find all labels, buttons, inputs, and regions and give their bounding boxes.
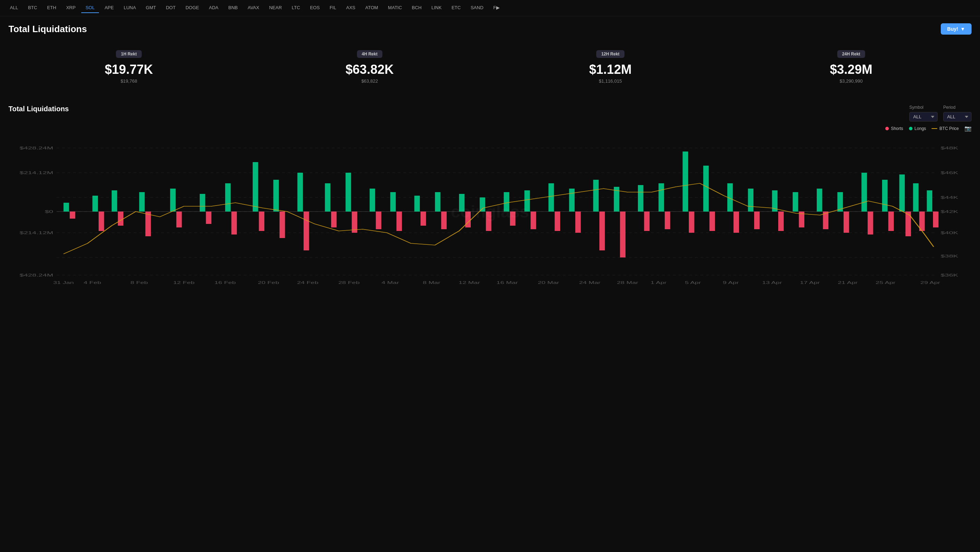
svg-rect-48 <box>414 196 420 211</box>
svg-text:4 Feb: 4 Feb <box>84 281 102 285</box>
svg-rect-32 <box>225 183 231 211</box>
svg-text:20 Mar: 20 Mar <box>538 281 560 285</box>
svg-text:9 Apr: 9 Apr <box>723 281 739 285</box>
svg-text:20 Feb: 20 Feb <box>258 281 279 285</box>
svg-rect-59 <box>530 211 536 229</box>
nav-item-luna[interactable]: LUNA <box>119 3 140 13</box>
svg-rect-53 <box>465 211 471 227</box>
nav-item-ltc[interactable]: LTC <box>288 3 305 13</box>
symbol-label: Symbol <box>909 105 938 110</box>
svg-rect-41 <box>331 211 337 227</box>
svg-text:25 Apr: 25 Apr <box>876 281 896 285</box>
svg-rect-58 <box>525 190 530 211</box>
svg-rect-65 <box>600 211 605 251</box>
stat-label: 1H Rekt <box>116 50 142 58</box>
svg-rect-45 <box>375 211 381 229</box>
svg-rect-30 <box>200 194 205 211</box>
page-title: Total Liquidations <box>8 24 87 35</box>
nav-item-fil[interactable]: FIL <box>326 3 341 13</box>
period-label: Period <box>943 105 972 110</box>
svg-rect-46 <box>390 192 396 211</box>
svg-rect-88 <box>862 173 867 211</box>
svg-text:$36K: $36K <box>940 273 958 277</box>
stat-value-large: $1.12M <box>589 62 632 77</box>
nav-item-doge[interactable]: DOGE <box>181 3 203 13</box>
chart-title: Total Liquidations <box>8 105 69 113</box>
svg-rect-92 <box>899 174 905 211</box>
btc-price-label: BTC Price <box>939 126 959 131</box>
svg-rect-63 <box>575 211 581 233</box>
stat-value-small: $3,290,990 <box>840 78 863 84</box>
nav-item-near[interactable]: NEAR <box>265 3 286 13</box>
svg-text:21 Apr: 21 Apr <box>838 281 858 285</box>
svg-rect-96 <box>927 190 932 211</box>
nav-item-sand[interactable]: SAND <box>466 3 488 13</box>
svg-rect-36 <box>273 180 279 211</box>
buy-button[interactable]: Buy! ▼ <box>941 23 972 35</box>
svg-text:$428.24M: $428.24M <box>19 273 53 277</box>
stat-label: 12H Rekt <box>596 50 624 58</box>
nav-item-all[interactable]: ALL <box>6 3 22 13</box>
svg-rect-79 <box>754 211 760 229</box>
chart-legend: Shorts Longs BTC Price 📷 <box>885 125 972 132</box>
svg-rect-49 <box>420 211 426 226</box>
svg-rect-50 <box>435 192 441 211</box>
svg-rect-84 <box>817 189 822 211</box>
nav-item-sol[interactable]: SOL <box>81 3 99 13</box>
nav-item-ada[interactable]: ADA <box>205 3 223 13</box>
svg-text:$0: $0 <box>45 209 53 214</box>
nav-item-link[interactable]: LINK <box>427 3 446 13</box>
svg-text:16 Feb: 16 Feb <box>215 281 236 285</box>
symbol-control: Symbol ALLBTCETHSOL <box>909 105 938 122</box>
svg-rect-75 <box>709 211 715 231</box>
svg-text:1 Apr: 1 Apr <box>651 281 667 285</box>
nav-item-btc[interactable]: BTC <box>24 3 41 13</box>
page-header: Total Liquidations Buy! ▼ <box>8 23 972 35</box>
nav-item-gmt[interactable]: GMT <box>142 3 161 13</box>
symbol-select[interactable]: ALLBTCETHSOL <box>909 112 938 122</box>
svg-rect-73 <box>689 211 694 233</box>
svg-text:12 Mar: 12 Mar <box>459 281 480 285</box>
svg-rect-26 <box>139 192 145 211</box>
coin-nav: ALLBTCETHXRPSOLAPELUNAGMTDOTDOGEADABNBAV… <box>0 0 980 16</box>
nav-item-f▶[interactable]: F▶ <box>489 3 504 13</box>
nav-item-bnb[interactable]: BNB <box>224 3 242 13</box>
stat-value-small: $1,116,015 <box>599 78 622 84</box>
nav-item-dot[interactable]: DOT <box>162 3 180 13</box>
nav-item-axs[interactable]: AXS <box>342 3 360 13</box>
svg-rect-62 <box>569 189 574 211</box>
nav-item-etc[interactable]: ETC <box>447 3 465 13</box>
chart-section: Total Liquidations Symbol ALLBTCETHSOL P… <box>8 105 972 286</box>
svg-text:24 Feb: 24 Feb <box>297 281 318 285</box>
svg-text:16 Mar: 16 Mar <box>496 281 518 285</box>
nav-item-avax[interactable]: AVAX <box>243 3 264 13</box>
stat-label: 24H Rekt <box>837 50 865 58</box>
period-select[interactable]: ALL1H4H12H24H <box>943 112 972 122</box>
svg-rect-69 <box>644 211 650 231</box>
svg-rect-70 <box>659 183 664 211</box>
svg-rect-91 <box>888 211 894 231</box>
legend-longs: Longs <box>909 126 926 131</box>
svg-rect-94 <box>913 183 919 211</box>
svg-text:$214.12M: $214.12M <box>19 231 53 235</box>
period-control: Period ALL1H4H12H24H <box>943 105 972 122</box>
svg-rect-67 <box>620 211 625 257</box>
svg-text:5 Apr: 5 Apr <box>685 281 701 285</box>
nav-item-xrp[interactable]: XRP <box>62 3 80 13</box>
svg-rect-39 <box>304 211 309 251</box>
nav-item-ape[interactable]: APE <box>100 3 118 13</box>
svg-rect-81 <box>778 211 784 231</box>
svg-rect-52 <box>459 194 465 211</box>
nav-item-eos[interactable]: EOS <box>306 3 324 13</box>
nav-item-eth[interactable]: ETH <box>43 3 60 13</box>
svg-rect-87 <box>843 211 849 233</box>
nav-item-atom[interactable]: ATOM <box>361 3 382 13</box>
nav-item-matic[interactable]: MATIC <box>384 3 406 13</box>
svg-text:$428.24M: $428.24M <box>19 146 53 150</box>
svg-rect-29 <box>177 211 182 227</box>
stat-label: 4H Rekt <box>357 50 383 58</box>
btc-price-line <box>932 128 937 129</box>
svg-rect-64 <box>593 180 599 211</box>
nav-item-bch[interactable]: BCH <box>407 3 425 13</box>
camera-icon[interactable]: 📷 <box>964 125 972 132</box>
